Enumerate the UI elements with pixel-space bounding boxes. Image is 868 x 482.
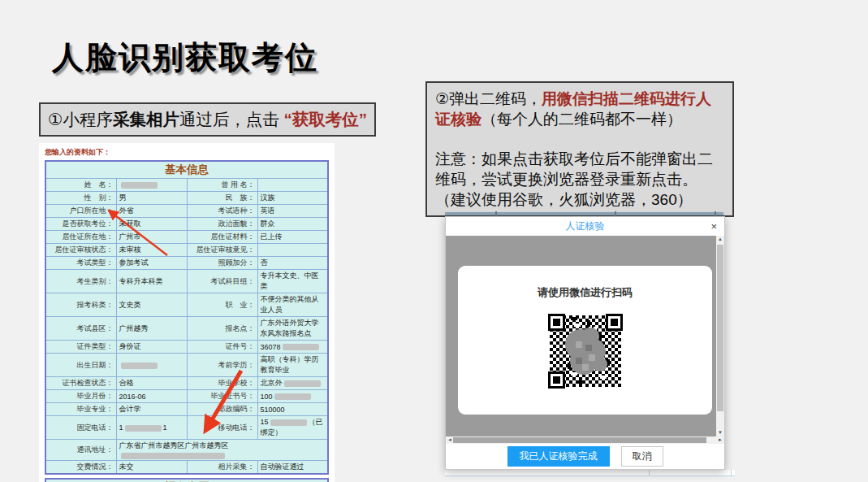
field-label: 是否获取考位： [45, 218, 116, 231]
step1-highlight: “获取考位” [284, 110, 368, 128]
form-intro-label: 您输入的资料如下： [45, 147, 335, 158]
field-value: 未交 [116, 461, 187, 475]
scroll-right-icon[interactable]: ► [718, 436, 723, 444]
table-row: 证件类型： 身份证 证件号： 36078 [45, 341, 328, 354]
field-label: 固定电话： [45, 416, 116, 440]
field-label: 政治面貌： [187, 218, 257, 231]
table-row: 固定电话： 11 移动电话： 15（已绑定） [45, 416, 328, 440]
table-row: 户口所在地： 外省 考试语种： 英语 [45, 205, 328, 218]
field-label: 姓 名： [45, 179, 116, 192]
field-label: 报名点： [187, 317, 257, 341]
table-row: 性 别： 男 民 族： 汉族 [45, 192, 328, 205]
field-value: 11 [116, 416, 187, 440]
redacted-blur [121, 363, 158, 369]
field-value [257, 244, 328, 257]
table-row: 考试类型： 参加考试 照顾加分： 否 [45, 257, 328, 270]
basic-info-table: 基本信息 姓 名： 曾 用 名： 性 别： 男 民 族： 汉 [45, 160, 329, 475]
table-row: 毕业月份： 2016-06 毕业证书号： 100 [45, 390, 328, 403]
field-label: 考生类别： [45, 270, 116, 293]
vertical-scrollbar[interactable]: ▲ ▼ [716, 236, 724, 436]
table-row: 姓 名： 曾 用 名： [45, 179, 328, 192]
field-label: 考试类型： [45, 257, 116, 270]
field-value [116, 354, 187, 377]
field-label: 毕业学校： [187, 377, 257, 390]
vertical-scroll-thumb[interactable] [717, 245, 723, 411]
field-value: 2016-06 [116, 390, 187, 403]
field-value: 自动验证通过 [257, 461, 328, 475]
verification-complete-button[interactable]: 我已人证核验完成 [507, 446, 610, 467]
redacted-blur [125, 425, 162, 432]
field-value: 100 [257, 390, 328, 403]
person-verification-dialog: 人证核验 × 请使用微信进行扫码 [445, 216, 725, 470]
cancel-button[interactable]: 取消 [621, 446, 663, 467]
redacted-blur [270, 419, 307, 426]
step1-bold: 采集相片 [113, 110, 179, 128]
redacted-blur [274, 393, 311, 400]
qr-code [458, 312, 712, 393]
field-label: 相片采集： [187, 461, 257, 475]
field-label: 户口所在地： [45, 205, 116, 218]
qr-card: 请使用微信进行扫码 [458, 266, 712, 415]
page-title: 人脸识别获取考位 [52, 36, 318, 80]
basic-info-header: 基本信息 [45, 161, 328, 179]
field-value: 会计学 [116, 403, 187, 416]
scroll-up-icon[interactable]: ▲ [716, 236, 724, 243]
horizontal-scroll-thumb[interactable] [453, 437, 706, 443]
application-wish-table: 报考志愿 批 次 报考院校 报考专业 专科升本科 院校1：10574 华南师范大… [45, 478, 329, 482]
close-icon[interactable]: × [710, 217, 717, 236]
field-label: 考试科目组： [187, 270, 257, 293]
field-label: 曾 用 名： [187, 179, 257, 192]
dialog-titlebar: 人证核验 × [446, 217, 724, 236]
field-value: 否 [257, 257, 328, 270]
field-value: 未审核 [116, 244, 187, 257]
step2-note: 注意：如果点击获取考位后不能弹窗出二维码，尝试更换浏览器登录重新点击。（建议使用… [435, 149, 724, 210]
field-label: 考试语种： [187, 205, 257, 218]
horizontal-scrollbar[interactable]: ◄ ► [446, 436, 724, 444]
field-label: 移动电话： [187, 416, 257, 440]
field-value: 合格 [116, 377, 187, 390]
scan-hint-text: 请使用微信进行扫码 [458, 285, 712, 300]
field-label: 性 别： [45, 192, 116, 205]
field-label: 考前学历： [187, 354, 257, 377]
field-label: 照顾加分： [187, 257, 257, 270]
field-value: 汉族 [257, 192, 328, 205]
field-label: 出生日期： [45, 354, 116, 377]
field-value: 参加考试 [116, 257, 187, 270]
slide: 人脸识别获取考位 ①小程序采集相片通过后，点击 “获取考位” ②弹出二维码，用微… [0, 0, 868, 482]
field-value: 广东省广州市越秀区广州市越秀区 [116, 440, 328, 461]
dialog-title: 人证核验 [566, 220, 605, 232]
table-row: 出生日期： 考前学历： 高职（专科）学历教育毕业 [45, 354, 328, 377]
field-value: 已上传 [257, 231, 328, 244]
field-value: 专升本文史、中医类 [257, 270, 328, 293]
table-row: 报考科类： 文史类 职 业： 不便分类的其他从业人员 [45, 293, 328, 317]
field-value: 510000 [257, 403, 328, 416]
field-value: 高职（专科）学历教育毕业 [257, 354, 328, 377]
field-value: 北京外 [257, 377, 328, 390]
field-label: 居住证材料： [187, 231, 257, 244]
background-page-bottom-edge [445, 470, 735, 476]
field-value: 36078 [257, 341, 328, 354]
field-value: 广东外语外贸大学东风东路报名点 [257, 317, 328, 341]
redacted-blur [121, 453, 225, 459]
field-label: 交费情况： [45, 461, 116, 475]
step1-text: ①小程序 [48, 110, 113, 128]
field-value: 群众 [257, 218, 328, 231]
field-value: 15（已绑定） [257, 416, 328, 440]
field-label: 证件号： [187, 341, 257, 354]
scroll-left-icon[interactable]: ◄ [447, 436, 452, 444]
table-row: 居住证审核状态： 未审核 居住证审核意见： [45, 244, 328, 257]
step2-callout: ②弹出二维码，用微信扫描二维码进行人证核验（每个人的二维码都不一样） 注意：如果… [425, 81, 734, 217]
scroll-down-icon[interactable]: ▼ [716, 429, 724, 436]
field-label: 民 族： [187, 192, 257, 205]
redacted-blur [284, 380, 321, 387]
field-value: 外省 [116, 205, 187, 218]
field-value: 文史类 [116, 293, 187, 317]
table-row-address: 通讯地址： 广东省广州市越秀区广州市越秀区 [45, 440, 328, 461]
redacted-blur [283, 344, 319, 350]
field-value: 广州越秀 [116, 317, 187, 341]
field-value: 广州市 [116, 231, 187, 244]
field-label: 证件类型： [45, 341, 116, 354]
field-label: 居住证所在地： [45, 231, 116, 244]
table-row: 居住证所在地： 广州市 居住证材料： 已上传 [45, 231, 328, 244]
field-label: 报考科类： [45, 293, 116, 317]
